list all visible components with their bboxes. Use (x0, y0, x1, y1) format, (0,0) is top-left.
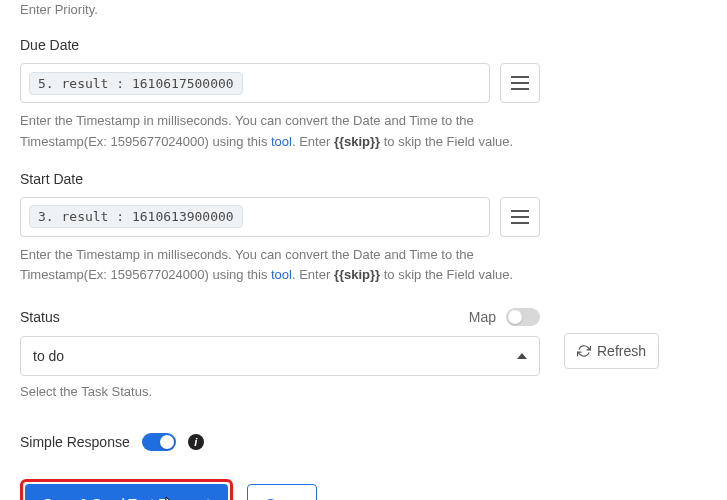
due-date-helper: Enter the Timestamp in milliseconds. You… (20, 111, 540, 153)
due-date-input[interactable]: 5. result : 1610617500000 (20, 63, 490, 103)
due-date-skip: {{skip}} (334, 134, 380, 149)
hamburger-icon (511, 76, 529, 90)
due-date-menu-button[interactable] (500, 63, 540, 103)
status-select[interactable]: to do (20, 336, 540, 376)
map-toggle[interactable] (506, 308, 540, 326)
simple-response-label: Simple Response (20, 434, 130, 450)
status-helper: Select the Task Status. (20, 382, 540, 403)
refresh-label: Refresh (597, 343, 646, 359)
info-icon[interactable]: i (188, 434, 204, 450)
toggle-knob (160, 435, 174, 449)
start-date-helper-mid: . Enter (292, 267, 334, 282)
start-date-token[interactable]: 3. result : 1610613900000 (29, 205, 243, 228)
simple-response-toggle[interactable] (142, 433, 176, 451)
start-date-skip: {{skip}} (334, 267, 380, 282)
due-date-helper-post: to skip the Field value. (380, 134, 513, 149)
primary-button-label: Save & Send Test Request (43, 496, 210, 500)
toggle-knob (508, 310, 522, 324)
start-date-menu-button[interactable] (500, 197, 540, 237)
start-date-label: Start Date (20, 171, 707, 187)
status-value: to do (33, 348, 64, 364)
priority-helper: Enter Priority. (20, 0, 707, 19)
due-date-helper-mid: . Enter (292, 134, 334, 149)
caret-up-icon (517, 353, 527, 359)
primary-highlight: Save & Send Test Request (20, 479, 233, 500)
start-date-input[interactable]: 3. result : 1610613900000 (20, 197, 490, 237)
refresh-button[interactable]: Refresh (564, 333, 659, 369)
start-date-tool-link[interactable]: tool (271, 267, 292, 282)
save-send-test-button[interactable]: Save & Send Test Request (25, 484, 228, 500)
start-date-helper: Enter the Timestamp in milliseconds. You… (20, 245, 540, 287)
save-button[interactable]: Save (247, 484, 317, 500)
start-date-helper-post: to skip the Field value. (380, 267, 513, 282)
map-label: Map (469, 309, 496, 325)
due-date-tool-link[interactable]: tool (271, 134, 292, 149)
due-date-token[interactable]: 5. result : 1610617500000 (29, 72, 243, 95)
hamburger-icon (511, 210, 529, 224)
status-label: Status (20, 309, 60, 325)
due-date-label: Due Date (20, 37, 707, 53)
refresh-icon (577, 344, 591, 358)
